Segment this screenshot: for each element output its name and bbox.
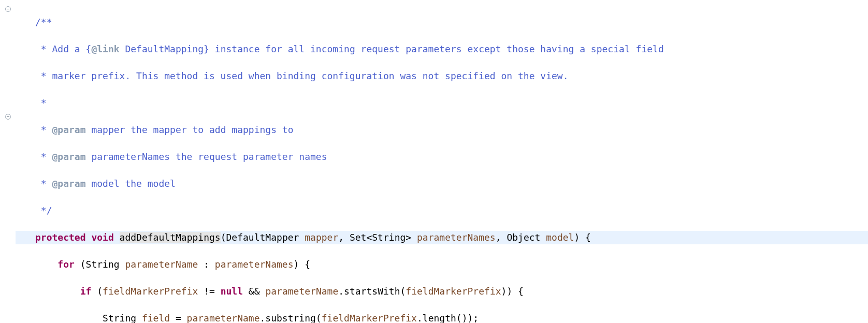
selection: addDefaultMappings <box>120 232 221 243</box>
code-line[interactable]: String field = parameterName.substring(f… <box>16 312 868 323</box>
code-editor[interactable]: /** * Add a {@link DefaultMapping} insta… <box>0 0 868 323</box>
code-line[interactable]: * @param model the model <box>16 177 868 190</box>
fold-toggle-method[interactable] <box>0 110 16 123</box>
code-line[interactable]: * Add a {@link DefaultMapping} instance … <box>16 42 868 56</box>
code-line[interactable]: * @param parameterNames the request para… <box>16 150 868 164</box>
code-line[interactable]: /** <box>16 16 868 29</box>
gutter <box>0 0 16 323</box>
code-line[interactable]: * @param mapper the mapper to add mappin… <box>16 123 868 137</box>
code-line[interactable]: for (String parameterName : parameterNam… <box>16 258 868 271</box>
collapse-icon <box>5 6 11 12</box>
code-area[interactable]: /** * Add a {@link DefaultMapping} insta… <box>16 0 868 323</box>
code-line-current[interactable]: protected void addDefaultMappings(Defaul… <box>16 231 868 244</box>
code-line[interactable]: * marker prefix. This method is used whe… <box>16 69 868 83</box>
collapse-icon <box>5 114 11 120</box>
code-line[interactable]: */ <box>16 204 868 217</box>
fold-toggle-javadoc[interactable] <box>0 2 16 16</box>
code-line[interactable]: * <box>16 96 868 110</box>
code-line[interactable]: if (fieldMarkerPrefix != null && paramet… <box>16 285 868 298</box>
